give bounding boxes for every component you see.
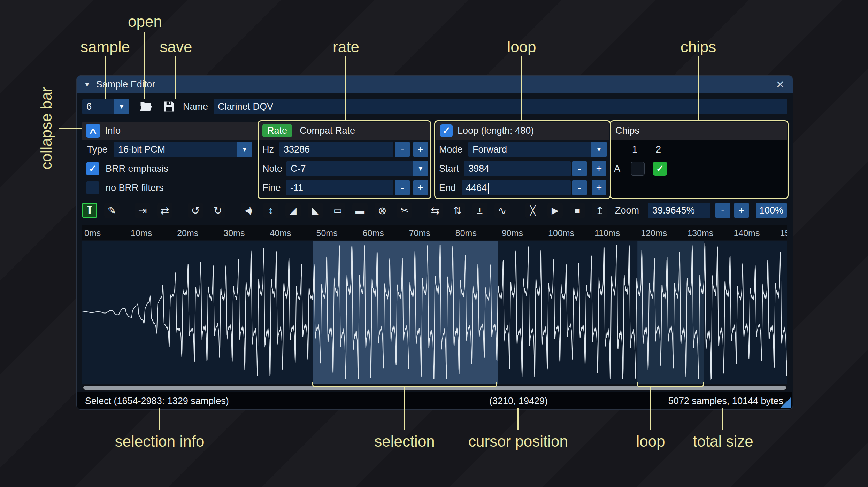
check-icon: ✓ bbox=[656, 163, 664, 174]
insert-silence-button[interactable]: ▭ bbox=[330, 203, 345, 218]
desktop-background: open sample save rate loop chips collaps… bbox=[0, 0, 868, 487]
fine-decrement-button[interactable]: - bbox=[395, 180, 410, 195]
loop-start-decrement-button[interactable]: - bbox=[572, 161, 587, 176]
resample-button[interactable]: ⇄ bbox=[157, 203, 172, 218]
name-input[interactable]: Clarinet DQV bbox=[214, 99, 787, 114]
annotation-collapse-bar-line bbox=[59, 128, 82, 129]
resize-button[interactable]: ⇥ bbox=[135, 203, 150, 218]
fade-in-button[interactable]: ◢ bbox=[285, 203, 301, 218]
amplify-button[interactable]: ◀) bbox=[241, 203, 256, 218]
window-titlebar[interactable]: ▼ Sample Editor bbox=[77, 76, 793, 93]
fade-out-button[interactable]: ◣ bbox=[308, 203, 323, 218]
annotation-sample-line bbox=[105, 56, 106, 99]
chevron-down-icon[interactable]: ▼ bbox=[114, 99, 129, 114]
stop-preview-button[interactable]: ■ bbox=[570, 203, 585, 218]
annotation-cursor-position-label: cursor position bbox=[468, 433, 568, 450]
chevron-up-icon: ^ bbox=[90, 126, 97, 139]
waveform-canvas[interactable] bbox=[82, 241, 787, 384]
chip-2-checkbox[interactable]: ✓ bbox=[653, 162, 667, 176]
status-bar: Select (1654-2983: 1329 samples) (3210, … bbox=[77, 392, 792, 409]
redo-button[interactable]: ↻ bbox=[210, 203, 225, 218]
unsigned-button[interactable]: ± bbox=[472, 203, 487, 218]
zoom-out-button[interactable]: - bbox=[715, 203, 730, 218]
loop-mode-select[interactable]: Forward ▼ bbox=[468, 142, 607, 157]
loop-start-increment-button[interactable]: + bbox=[592, 161, 606, 176]
check-icon: ✓ bbox=[443, 125, 451, 136]
close-button[interactable]: ✕ bbox=[774, 78, 786, 91]
minus-icon: - bbox=[401, 182, 404, 194]
volume-icon: ◀) bbox=[245, 206, 252, 215]
compat-rate-tab[interactable]: Compat Rate bbox=[300, 125, 355, 136]
no-brr-filters-checkbox[interactable] bbox=[86, 181, 99, 194]
timeline-label: 100ms bbox=[548, 228, 574, 238]
edit-mode-draw-button[interactable]: ✎ bbox=[104, 203, 120, 218]
annotation-selection-info-line bbox=[159, 408, 160, 430]
brr-emphasis-checkbox[interactable]: ✓ bbox=[86, 162, 99, 175]
filter-button[interactable]: ∿ bbox=[494, 203, 510, 218]
make-wavetable-button[interactable]: ↥ bbox=[592, 203, 607, 218]
floppy-disk-icon bbox=[163, 101, 175, 112]
minus-icon: - bbox=[401, 144, 404, 155]
collapse-bar-button[interactable]: ^ bbox=[86, 124, 100, 138]
mode-label: Mode bbox=[439, 142, 463, 157]
apply-silence-button[interactable]: ▬ bbox=[352, 203, 368, 218]
loop-end-increment-button[interactable]: + bbox=[592, 180, 606, 195]
hz-label: Hz bbox=[262, 142, 274, 157]
brr-emphasis-label: BRR emphasis bbox=[106, 161, 168, 176]
delete-button[interactable]: ⊗ bbox=[375, 203, 390, 218]
hz-decrement-button[interactable]: - bbox=[395, 142, 410, 157]
loop-end-input[interactable]: 4464 bbox=[462, 180, 571, 195]
annotation-cursor-position-line bbox=[517, 408, 519, 430]
zoom-reset-button[interactable]: 100% bbox=[756, 203, 787, 218]
fine-increment-button[interactable]: + bbox=[413, 180, 428, 195]
rate-panel-header: Rate Compat Rate bbox=[259, 122, 430, 140]
rate-tab[interactable]: Rate bbox=[262, 124, 292, 137]
timeline-label: 30ms bbox=[223, 228, 245, 238]
zoom-input[interactable]: 39.9645% bbox=[648, 203, 710, 218]
invert-button[interactable]: ⇅ bbox=[450, 203, 465, 218]
save-button[interactable] bbox=[161, 99, 177, 114]
hz-increment-button[interactable]: + bbox=[413, 142, 428, 157]
annotation-total-size-line bbox=[722, 408, 723, 430]
chevron-down-icon[interactable]: ▼ bbox=[237, 142, 252, 157]
window-resize-grip[interactable] bbox=[781, 397, 791, 408]
crossfade-button[interactable]: ╳ bbox=[525, 203, 540, 218]
loop-start-input[interactable]: 3984 bbox=[464, 161, 571, 176]
sample-toolbar: I ✎ ⇥ ⇄ ↺ ↻ ◀) ↕ ◢ ◣ ▭ ▬ ⊗ ✂ ⇆ ⇅ ± ∿ ╳ ▶… bbox=[82, 203, 607, 218]
timeline-label: 110ms bbox=[594, 228, 620, 238]
selection-info-text: Select (1654-2983: 1329 samples) bbox=[85, 396, 229, 407]
scissors-icon: ✂ bbox=[400, 205, 408, 216]
note-select[interactable]: C-7 ▼ bbox=[286, 161, 428, 176]
annotation-selection-line bbox=[404, 387, 405, 430]
plus-icon: + bbox=[418, 144, 424, 155]
timeline-label: 60ms bbox=[363, 228, 384, 238]
loop-panel-title: Loop (length: 480) bbox=[458, 125, 534, 136]
reverse-button[interactable]: ⇆ bbox=[428, 203, 443, 218]
collapse-triangle-icon[interactable]: ▼ bbox=[84, 80, 91, 88]
chevron-down-icon[interactable]: ▼ bbox=[413, 161, 428, 176]
normalize-button[interactable]: ↕ bbox=[263, 203, 278, 218]
annotation-loop-bottom-label: loop bbox=[636, 433, 665, 450]
chips-panel: Chips 1 2 A ✓ bbox=[611, 122, 787, 198]
zoom-in-button[interactable]: + bbox=[734, 203, 749, 218]
edit-mode-select-button[interactable]: I bbox=[82, 203, 97, 218]
timeline[interactable]: 0ms10ms20ms30ms40ms50ms60ms70ms80ms90ms1… bbox=[82, 225, 787, 240]
open-button[interactable] bbox=[139, 99, 154, 114]
insert-silence-icon: ▭ bbox=[333, 205, 342, 216]
fine-input[interactable]: -11 bbox=[286, 180, 393, 195]
sample-number-select[interactable]: 6 ▼ bbox=[82, 99, 129, 114]
undo-button[interactable]: ↺ bbox=[188, 203, 203, 218]
trim-button[interactable]: ✂ bbox=[397, 203, 412, 218]
chips-column-2-label: 2 bbox=[656, 142, 661, 157]
chevron-down-icon[interactable]: ▼ bbox=[591, 142, 607, 157]
loop-end-decrement-button[interactable]: - bbox=[572, 180, 587, 195]
loop-enable-checkbox[interactable]: ✓ bbox=[440, 124, 453, 137]
info-panel-title: Info bbox=[105, 125, 121, 136]
timeline-label: 40ms bbox=[270, 228, 291, 238]
annotation-open-label: open bbox=[128, 13, 162, 30]
sample-type-select[interactable]: 16-bit PCM ▼ bbox=[114, 142, 252, 157]
chip-1-checkbox[interactable] bbox=[631, 162, 645, 176]
annotation-save-line bbox=[175, 56, 176, 99]
preview-button[interactable]: ▶ bbox=[547, 203, 563, 218]
hz-input[interactable]: 33286 bbox=[279, 142, 393, 157]
